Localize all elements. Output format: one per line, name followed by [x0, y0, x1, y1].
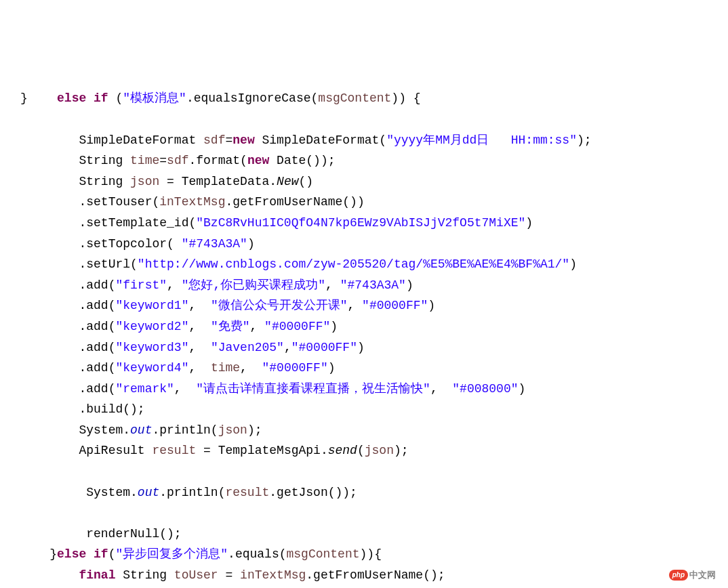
string-literal: "Javen205"	[211, 341, 284, 354]
comma: ,	[240, 361, 262, 375]
type: ApiResult	[79, 444, 152, 457]
method-call: .equals(	[228, 547, 286, 561]
paren: )	[357, 341, 365, 354]
identifier: time	[211, 361, 240, 375]
type: String	[115, 568, 174, 582]
line-4: String time=sdf.format(new Date());	[20, 154, 336, 167]
line-6: .setTouser(inTextMsg.getFromUserName())	[20, 195, 365, 209]
method-call: .getFromUserName())	[225, 195, 364, 209]
line-24: final String toUser = inTextMsg.getFromU…	[20, 568, 445, 582]
line-9: .setUrl("http://www.cnblogs.com/zyw-2055…	[20, 257, 577, 271]
operator: =	[218, 568, 240, 582]
line-22: renderNull();	[20, 527, 182, 541]
keyword-new: new	[247, 154, 269, 167]
comma: ,	[430, 382, 452, 396]
identifier: time	[130, 154, 159, 167]
semicolon: );	[394, 444, 409, 457]
paren: )	[330, 320, 338, 333]
type: String	[79, 175, 130, 188]
paren: (	[108, 91, 123, 105]
string-literal: "yyyy年MM月dd日 HH:mm:ss"	[386, 133, 577, 147]
static-method: New	[277, 175, 298, 188]
string-literal: "#0000FF"	[264, 320, 330, 333]
identifier: toUser	[174, 568, 218, 582]
string-literal: "#0000FF"	[362, 299, 428, 312]
keyword-if: if	[86, 547, 108, 561]
operator: =	[159, 154, 167, 167]
method-call: .format(	[188, 154, 247, 167]
comma: ,	[284, 341, 291, 354]
string-literal: "keyword2"	[115, 320, 188, 333]
identifier: sdf	[203, 133, 225, 147]
comma: ,	[325, 278, 340, 292]
line-5: String json = TemplateData.New()	[20, 175, 313, 188]
identifier: result	[225, 486, 269, 499]
identifier: inTextMsg	[159, 195, 225, 209]
identifier: msgContent	[287, 547, 360, 561]
string-literal: "#0000FF"	[291, 341, 357, 354]
identifier: inTextMsg	[240, 568, 306, 582]
comma: ,	[188, 320, 210, 333]
string-literal: "keyword1"	[115, 299, 188, 312]
method-call: .add(	[79, 278, 115, 292]
identifier: result	[152, 444, 196, 457]
paren: )	[406, 278, 413, 292]
class: TemplateData.	[182, 175, 277, 188]
string-literal: "您好,你已购买课程成功"	[182, 278, 325, 292]
paren: )	[525, 216, 533, 230]
string-literal: "BzC8RvHu1IC0QfO4N7kp6EWz9VAbISJjV2fO5t7…	[196, 216, 525, 230]
line-11: .add("keyword1", "微信公众号开发公开课", "#0000FF"…	[20, 299, 435, 312]
line-3: SimpleDateFormat sdf=new SimpleDateForma…	[20, 133, 592, 147]
method-call: .add(	[79, 299, 115, 312]
line-16: .build();	[20, 402, 145, 416]
line-23: }else if("异步回复多个消息".equals(msgContent)){	[20, 547, 382, 561]
method-call: .getFromUserName();	[306, 568, 445, 582]
method-call: .add(	[79, 341, 115, 354]
line-15: .add("remark", "请点击详情直接看课程直播，祝生活愉快", "#0…	[20, 382, 525, 396]
method-call: .add(	[79, 361, 115, 375]
string-literal: "remark"	[115, 382, 174, 396]
static-field: out	[130, 423, 152, 437]
method-call: .add(	[79, 382, 115, 396]
identifier: msgContent	[318, 91, 391, 105]
method-call: .setTouser(	[79, 195, 159, 209]
keyword-else: else	[57, 91, 86, 105]
string-literal: "模板消息"	[123, 91, 186, 105]
line-7: .setTemplate_id("BzC8RvHu1IC0QfO4N7kp6EW…	[20, 216, 533, 230]
comma: ,	[249, 320, 264, 333]
string-literal: "http://www.cnblogs.com/zyw-205520/tag/%…	[138, 257, 569, 271]
method-call: .equalsIgnoreCase(	[186, 91, 318, 105]
logo-text: 中文网	[689, 568, 716, 583]
comma: ,	[167, 278, 182, 292]
string-literal: "微信公众号开发公开课"	[211, 299, 348, 312]
string-literal: "#743A3A"	[182, 237, 247, 251]
line-17: System.out.println(json);	[20, 423, 262, 437]
brace: }	[20, 91, 28, 105]
line-12: .add("keyword2", "免费", "#0000FF")	[20, 320, 338, 333]
method-call: .add(	[79, 320, 115, 333]
code-block: } else if ("模板消息".equalsIgnoreCase(msgCo…	[0, 83, 728, 588]
class: System.	[79, 423, 130, 437]
line-13: .add("keyword3", "Javen205","#0000FF")	[20, 341, 365, 354]
method-call: .build();	[79, 402, 144, 416]
method-call: .println(	[159, 486, 225, 499]
line-18: ApiResult result = TemplateMsgApi.send(j…	[20, 444, 409, 457]
class: TemplateMsgApi.	[218, 444, 328, 457]
brace: }	[49, 547, 57, 561]
method-call: .setUrl(	[79, 257, 137, 271]
php-badge-icon: php	[669, 570, 688, 581]
keyword-new: new	[232, 133, 254, 147]
type: SimpleDateFormat	[79, 133, 203, 147]
string-literal: "keyword3"	[115, 341, 188, 354]
class: System.	[86, 486, 138, 499]
paren: )	[519, 382, 526, 396]
keyword-final: final	[79, 568, 115, 582]
type: String	[79, 154, 130, 167]
identifier: json	[218, 423, 247, 437]
static-field: out	[138, 486, 159, 499]
paren: (	[357, 444, 365, 457]
method-call: renderNull();	[86, 527, 181, 541]
comma: ,	[188, 341, 210, 354]
brace: )){	[360, 547, 382, 561]
operator: =	[196, 444, 218, 457]
